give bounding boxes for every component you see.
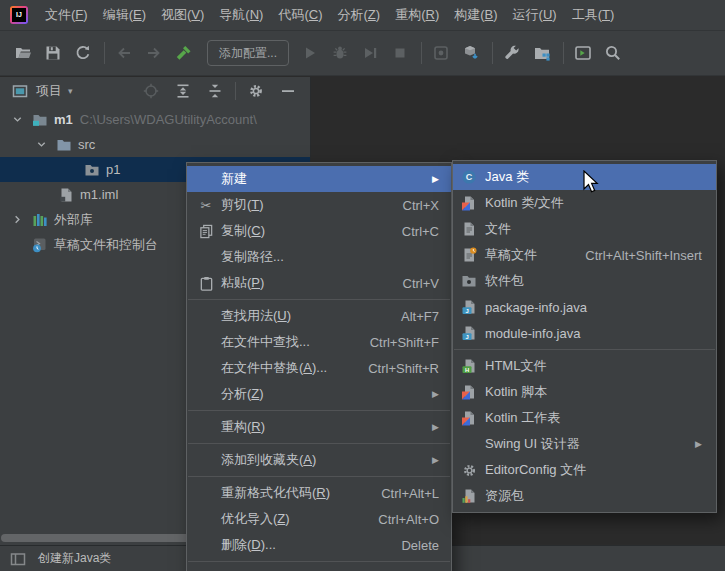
menubar-item-view[interactable]: 视图(V): [157, 6, 208, 24]
menubar-item-edit[interactable]: 编辑(E): [99, 6, 150, 24]
menu-item-copy[interactable]: 复制(C) Ctrl+C: [187, 218, 451, 244]
file-icon: [461, 221, 477, 237]
capture-button[interactable]: [430, 42, 452, 64]
menu-separator: [454, 349, 715, 350]
settings-button[interactable]: [501, 42, 523, 64]
run-coverage-button[interactable]: [359, 42, 381, 64]
chevron-down-icon[interactable]: [32, 139, 50, 150]
menu-item-new[interactable]: 新建 ▶: [187, 166, 451, 192]
menubar-item-file[interactable]: 文件(F): [41, 6, 92, 24]
tool-window-toggle-icon[interactable]: [10, 551, 26, 567]
submenu-item-editorconfig-file[interactable]: EditorConfig 文件: [453, 457, 716, 483]
menubar-item-code[interactable]: 代码(C): [274, 6, 326, 24]
menu-item-find-in-files[interactable]: 在文件中查找... Ctrl+Shift+F: [187, 329, 451, 355]
intellij-logo-icon: IJ: [10, 6, 28, 24]
library-icon: [32, 212, 48, 228]
java-class-icon: C: [461, 169, 477, 185]
run-anything-button[interactable]: [572, 42, 594, 64]
scratches-consoles-icon: [32, 237, 48, 253]
project-panel-title[interactable]: 项目: [36, 82, 62, 100]
sync-refresh-icon: [74, 44, 92, 62]
gear-icon[interactable]: [248, 83, 264, 99]
menu-item-replace-in-files[interactable]: 在文件中替换(A)... Ctrl+Shift+R: [187, 355, 451, 381]
menu-item-find-usages[interactable]: 查找用法(U) Alt+F7: [187, 303, 451, 329]
open-button[interactable]: [12, 42, 34, 64]
search-everywhere-button[interactable]: [602, 42, 624, 64]
build-button[interactable]: [173, 42, 195, 64]
menu-item-refactor[interactable]: 重构(R) ▶: [187, 414, 451, 440]
stop-button[interactable]: [389, 42, 411, 64]
kotlin-file-icon: [461, 195, 477, 211]
menubar-item-refactor[interactable]: 重构(R): [391, 6, 443, 24]
menu-item-build-module[interactable]: 构建模块(M) 'm1': [187, 565, 451, 571]
chevron-down-icon[interactable]: ▾: [68, 86, 73, 96]
debug-button[interactable]: [329, 42, 351, 64]
tree-item-m1[interactable]: m1 C:\Users\WDAGUtilityAccount\: [0, 107, 310, 132]
menubar: IJ 文件(F) 编辑(E) 视图(V) 导航(N) 代码(C) 分析(Z) 重…: [0, 0, 725, 31]
expand-all-button[interactable]: [175, 83, 191, 99]
menu-item-delete[interactable]: 删除(D)... Delete: [187, 532, 451, 558]
submenu-item-swing-ui-designer[interactable]: Swing UI 设计器 ▶: [453, 431, 716, 457]
status-message: 创建新Java类: [38, 550, 111, 567]
project-path: C:\Users\WDAGUtilityAccount\: [80, 112, 257, 127]
module-folder-icon: [32, 112, 48, 128]
menu-item-reformat-code[interactable]: 重新格式化代码(R) Ctrl+Alt+L: [187, 480, 451, 506]
gear-icon: [461, 462, 477, 478]
menu-item-add-to-favorites[interactable]: 添加到收藏夹(A) ▶: [187, 447, 451, 473]
submenu-arrow-icon: ▶: [695, 439, 702, 449]
header-separator: [235, 82, 236, 100]
svg-text:J: J: [465, 334, 468, 340]
main-toolbar: 添加配置...: [0, 31, 725, 76]
submenu-item-kotlin-script[interactable]: Kotlin 脚本: [453, 379, 716, 405]
context-menu: 新建 ▶ ✂ 剪切(T) Ctrl+X 复制(C) Ctrl+C 复制路径...…: [186, 162, 452, 571]
chevron-down-icon[interactable]: [8, 114, 26, 125]
submenu-item-file[interactable]: 文件: [453, 216, 716, 242]
menubar-item-build[interactable]: 构建(B): [450, 6, 501, 24]
menu-separator: [188, 443, 450, 444]
menu-item-cut[interactable]: ✂ 剪切(T) Ctrl+X: [187, 192, 451, 218]
html-file-icon: H: [461, 358, 477, 374]
folder-icon: [56, 137, 72, 153]
hide-panel-button[interactable]: [280, 83, 296, 99]
menu-item-optimize-imports[interactable]: 优化导入(Z) Ctrl+Alt+O: [187, 506, 451, 532]
menu-item-copy-path[interactable]: 复制路径...: [187, 244, 451, 270]
project-structure-button[interactable]: [531, 42, 553, 64]
menu-separator: [188, 410, 450, 411]
menu-item-analyze[interactable]: 分析(Z) ▶: [187, 381, 451, 407]
locate-file-button[interactable]: [143, 83, 159, 99]
save-button[interactable]: [42, 42, 64, 64]
java-file-icon: J: [461, 325, 477, 341]
submenu-item-package[interactable]: 软件包: [453, 268, 716, 294]
menubar-item-analyze[interactable]: 分析(Z): [334, 6, 385, 24]
project-structure-icon: [533, 44, 551, 62]
menu-item-paste[interactable]: 粘贴(P) Ctrl+V: [187, 270, 451, 296]
menubar-item-run[interactable]: 运行(U): [509, 6, 561, 24]
kotlin-file-icon: [461, 410, 477, 426]
submenu-item-kotlin-worksheet[interactable]: Kotlin 工作表: [453, 405, 716, 431]
sync-button[interactable]: [72, 42, 94, 64]
submenu-item-scratch-file[interactable]: 草稿文件 Ctrl+Alt+Shift+Insert: [453, 242, 716, 268]
submenu-item-html-file[interactable]: H HTML文件: [453, 353, 716, 379]
menu-separator: [188, 299, 450, 300]
toolbar-separator: [104, 42, 105, 64]
mouse-cursor: [583, 170, 601, 196]
menubar-item-tools[interactable]: 工具(T): [568, 6, 619, 24]
tree-item-src[interactable]: src: [0, 132, 310, 157]
svg-text:H: H: [465, 367, 469, 373]
submenu-item-package-info[interactable]: J package-info.java: [453, 294, 716, 320]
package-folder-icon: [461, 273, 477, 289]
collapse-all-button[interactable]: [207, 83, 223, 99]
add-configuration-button[interactable]: 添加配置...: [207, 40, 289, 66]
chevron-right-icon[interactable]: [8, 214, 26, 225]
dependencies-download-button[interactable]: [460, 42, 482, 64]
new-submenu: C Java 类 Kotlin 类/文件 文件 草稿文件 Ctrl+Alt+Sh…: [452, 160, 717, 513]
menubar-item-navigate[interactable]: 导航(N): [215, 6, 267, 24]
run-button[interactable]: [299, 42, 321, 64]
back-arrow-icon: [115, 44, 133, 62]
submenu-item-module-info[interactable]: J module-info.java: [453, 320, 716, 346]
forward-button[interactable]: [143, 42, 165, 64]
back-button[interactable]: [113, 42, 135, 64]
submenu-arrow-icon: ▶: [432, 455, 439, 465]
submenu-item-resource-bundle[interactable]: 资源包: [453, 483, 716, 509]
copy-icon: [197, 224, 215, 239]
